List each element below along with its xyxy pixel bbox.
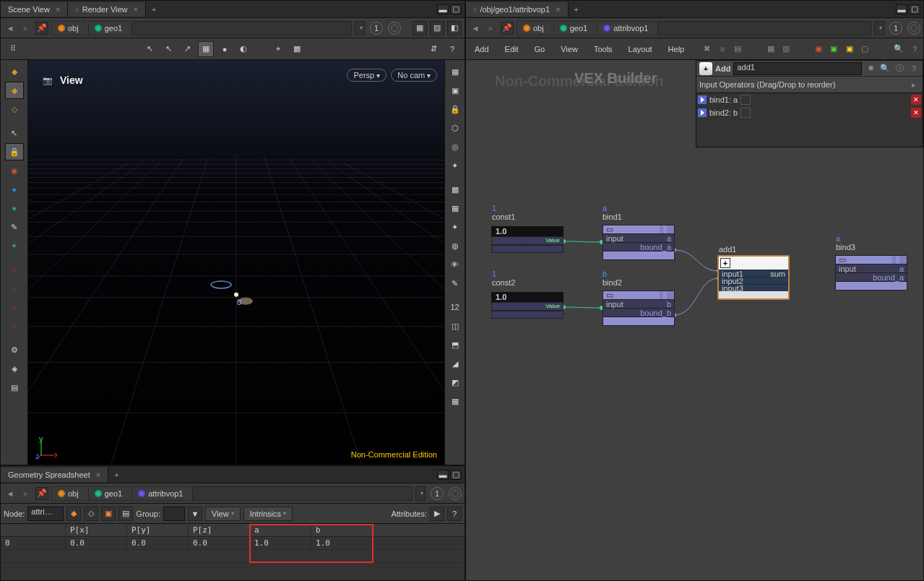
grid2-icon[interactable]: ▥ [782,43,790,55]
node-bind3[interactable]: ▭ inputa bound_a [835,255,907,290]
filter-icon[interactable]: ▼ [188,507,202,521]
menu-edit[interactable]: Edit [501,42,523,56]
class-vertex-icon[interactable]: ◇ [84,507,98,521]
col-py[interactable]: P[y] [127,524,189,536]
view-dropdown[interactable]: View [205,507,241,521]
color-a-icon[interactable]: ▣ [815,43,823,55]
rshelf-icon-9[interactable]: ◍ [446,237,465,254]
add-tab-button[interactable]: + [108,468,124,482]
node-const2-rail[interactable]: Value [491,302,564,311]
col-px[interactable]: P[x] [66,524,127,536]
tab-geometry-spreadsheet[interactable]: Geometry Spreadsheet× [1,468,108,482]
promote-icon[interactable] [741,95,751,105]
rshelf-icon-1[interactable]: ▦ [446,63,465,80]
pin-icon[interactable]: 📌 [35,22,48,35]
maximize-pane-icon[interactable]: ▢ [909,4,920,14]
shelf-gear-icon[interactable]: ⚙ [5,341,24,358]
node-const1-rail[interactable]: Value [491,236,564,245]
network-canvas[interactable]: Non-Commercial Edition VEX Builder + Add… [466,60,923,580]
crumb-obj[interactable]: obj [517,21,550,35]
shelf-geo-icon[interactable]: ◇ [5,100,24,118]
rshelf-icon-6[interactable]: ▩ [446,181,465,198]
tab-network[interactable]: /obj/geo1/attribvop1× [466,2,569,17]
input-row[interactable]: bind1: a ✕ [696,93,923,106]
shelf-arrow-icon[interactable]: ↖ [5,124,24,142]
maximize-pane-icon[interactable]: ▢ [450,470,462,480]
pin-icon[interactable]: 📌 [501,22,514,35]
shelf-edit-icon[interactable]: ✎ [5,218,24,236]
path-dropdown-icon[interactable] [415,486,426,501]
col-a[interactable]: a [250,524,311,536]
path-field[interactable] [192,486,413,501]
node-bind2[interactable]: ▭ inputb bound_b [603,290,675,326]
add-tab-button[interactable]: + [569,2,584,17]
crumb-obj[interactable]: obj [51,486,85,501]
maximize-pane-icon[interactable]: ▢ [450,4,462,14]
rshelf-icon-4[interactable]: ◎ [446,138,465,155]
menu-tools[interactable]: Tools [590,42,617,56]
close-icon[interactable]: × [96,470,100,479]
tool-icon-3[interactable]: ⌖ [270,41,286,57]
tool-icon-1[interactable]: ● [217,41,233,57]
attr-play-icon[interactable]: ▶ [430,507,444,521]
col-pz[interactable]: P[z] [189,524,250,536]
nav-fwd-icon[interactable]: ► [20,22,33,35]
delete-input-icon[interactable]: ✕ [911,108,921,118]
close-icon[interactable]: × [134,5,138,14]
shelf-sphere-icon[interactable]: ● [5,181,24,198]
crumb-geo1[interactable]: geo1 [88,21,129,35]
add-tab-button[interactable]: + [146,2,162,17]
wrench-icon[interactable]: ✖ [703,43,711,55]
grid-handle-icon[interactable]: ⠿ [5,41,21,57]
crumb-obj[interactable]: obj [51,21,85,35]
shelf-snap-c-icon[interactable]: ∩ [5,298,24,316]
nav-back-icon[interactable]: ◄ [4,22,17,35]
shelf-geo-sel-icon[interactable]: ◆ [5,82,24,99]
shelf-snap-b-icon[interactable]: ∩ [5,280,24,297]
toolbar-btn-a[interactable]: ▦ [413,21,427,35]
class-detail-icon[interactable]: ▤ [118,507,133,521]
nav-fwd-icon[interactable]: ► [485,22,498,35]
help-icon[interactable]: ? [444,41,460,57]
select-active-icon[interactable]: ▦ [198,41,214,57]
rshelf-icon-13[interactable]: ▦ [446,392,465,410]
path-dropdown-icon[interactable] [874,21,884,35]
ring-icon[interactable] [907,22,920,35]
help-icon[interactable]: ? [447,507,462,521]
nav-back-icon[interactable]: ◄ [469,22,482,35]
rshelf-icon-7[interactable]: ▦ [446,199,465,217]
rshelf-icon-2[interactable]: ▣ [446,82,465,99]
menu-add[interactable]: Add [470,42,493,56]
rshelf-icon-8[interactable]: ✦ [446,218,465,236]
rshelf-num-icon[interactable]: 12 [446,298,465,316]
crumb-attribvop1[interactable]: attribvop1 [597,21,655,35]
rshelf-icon-5[interactable]: ✦ [446,157,465,174]
path-field[interactable] [131,21,352,35]
node-field[interactable]: attri… [27,507,64,521]
take-number[interactable]: 1 [431,487,444,500]
input-row[interactable]: bind2: b ✕ [696,106,923,119]
tool-icon-4[interactable]: ▩ [289,41,305,57]
bars-icon[interactable]: ▤ [734,43,742,55]
pin-icon[interactable]: 📌 [35,487,48,500]
tool-icon-5[interactable]: ⇵ [426,41,441,57]
crumb-attribvop1[interactable]: attribvop1 [131,486,189,501]
box-icon[interactable]: ▢ [860,43,868,55]
group-field[interactable] [163,507,185,521]
info-icon[interactable]: ⓘ [894,63,905,74]
node-const2[interactable]: 1.0 [491,292,564,302]
node-name-field[interactable]: add1 [733,62,862,75]
search-icon[interactable]: 🔍 [894,43,904,55]
rshelf-icon-12[interactable]: ◩ [446,374,465,391]
camera-dropdown[interactable]: No cam ▾ [391,69,437,82]
node-add1[interactable]: + input1sum input2 input3 [717,255,790,300]
minimize-pane-icon[interactable]: ▬ [896,4,907,14]
select-box-icon[interactable]: ↖ [160,41,176,57]
select-mode-icon[interactable]: ↖ [142,41,157,57]
rshelf-icon-10[interactable]: ◫ [446,317,465,335]
shelf-snap-d-icon[interactable]: ∩ [5,317,24,335]
shelf-misc-icon[interactable]: ◈ [5,360,24,377]
rshelf-icon-11[interactable]: ⬒ [446,336,465,353]
select-lasso-icon[interactable]: ↗ [179,41,195,57]
crumb-geo1[interactable]: geo1 [553,21,594,35]
